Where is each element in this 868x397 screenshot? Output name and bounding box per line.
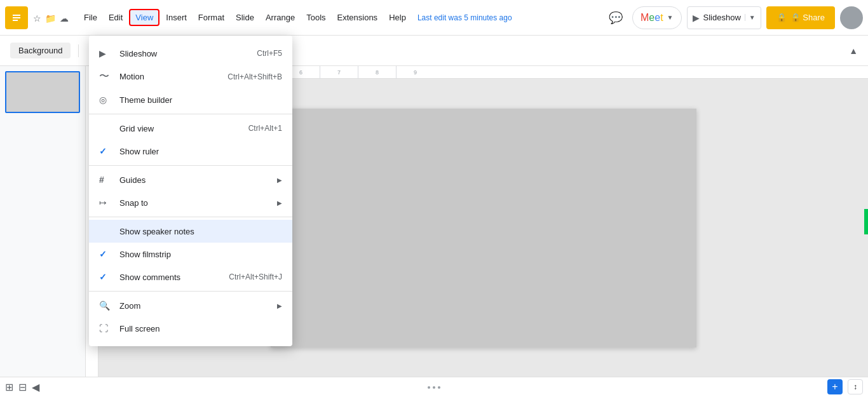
title-area: ☆ 📁 ☁ xyxy=(33,12,69,24)
show-filmstrip-label: Show filmstrip xyxy=(119,250,282,259)
lock-icon: 🔒 xyxy=(776,13,787,22)
cloud-icon[interactable]: ☁ xyxy=(60,13,69,24)
snap-to-label: Snap to xyxy=(119,198,277,208)
meet-icon: Meet xyxy=(641,12,663,24)
view-dropdown-menu: ▶ Slideshow Ctrl+F5 〜 Motion Ctrl+Alt+Sh… xyxy=(89,36,292,346)
menu-extensions[interactable]: Extensions xyxy=(332,10,383,25)
guides-arrow-icon: ▶ xyxy=(277,177,282,184)
show-comments-label: Show comments xyxy=(119,273,219,282)
share-button[interactable]: 🔒 🔒 Share xyxy=(766,6,835,29)
full-screen-icon: ⛶ xyxy=(99,323,112,333)
menu-help[interactable]: Help xyxy=(384,10,411,25)
menu-section-3: # Guides ▶ ↦ Snap to ▶ xyxy=(89,166,292,217)
menu-section-1: ▶ Slideshow Ctrl+F5 〜 Motion Ctrl+Alt+Sh… xyxy=(89,39,292,114)
grid-view-icon[interactable]: ⊟ xyxy=(18,381,27,393)
menu-item-show-comments[interactable]: ✓ Show comments Ctrl+Alt+Shift+J xyxy=(89,266,292,288)
meet-icon-g: e xyxy=(649,12,654,23)
svg-rect-3 xyxy=(13,20,18,21)
theme-builder-icon: ◎ xyxy=(99,95,112,105)
menu-format[interactable]: Format xyxy=(193,10,229,25)
tick-7: 7 xyxy=(320,66,358,79)
zoom-plus-button[interactable]: + xyxy=(827,379,843,394)
menu-slide[interactable]: Slide xyxy=(231,10,259,25)
background-button[interactable]: Background xyxy=(10,43,71,58)
zoom-arrow-icon: ▶ xyxy=(277,302,282,309)
motion-label: Motion xyxy=(119,72,217,81)
slide-view-icon[interactable]: ⊞ xyxy=(5,381,13,393)
menu-item-guides[interactable]: # Guides ▶ xyxy=(89,168,292,191)
menu-section-2: Grid view Ctrl+Alt+1 ✓ Show ruler xyxy=(89,114,292,166)
slideshow-menu-label: Slideshow xyxy=(119,49,247,58)
star-icon[interactable]: ☆ xyxy=(33,13,41,24)
menu-file[interactable]: File xyxy=(79,10,102,25)
menu-item-show-filmstrip[interactable]: ✓ Show filmstrip xyxy=(89,243,292,266)
collapse-panel-icon[interactable]: ◀ xyxy=(32,381,39,393)
meet-chevron-icon: ▼ xyxy=(667,14,674,21)
user-avatar[interactable] xyxy=(840,6,863,29)
menu-tools[interactable]: Tools xyxy=(301,10,330,25)
bottom-dots xyxy=(428,386,440,389)
comments-shortcut: Ctrl+Alt+Shift+J xyxy=(229,273,282,281)
comments-icon-btn[interactable]: 💬 xyxy=(604,6,627,29)
bottom-bar: ⊞ ⊟ ◀ + ↕ xyxy=(0,377,868,397)
menu-arrange[interactable]: Arrange xyxy=(261,10,300,25)
menu-item-show-ruler[interactable]: ✓ Show ruler xyxy=(89,140,292,163)
menu-view[interactable]: View xyxy=(129,9,159,26)
toolbar-right-spacer: ▲ xyxy=(849,46,858,56)
menu-item-theme-builder[interactable]: ◎ Theme builder xyxy=(89,88,292,111)
slide-thumbnail-1[interactable] xyxy=(5,71,80,113)
scroll-button[interactable]: ↕ xyxy=(848,379,863,394)
top-right-controls: 💬 Meet ▼ ▶ Slideshow ▼ 🔒 🔒 Share xyxy=(604,6,863,29)
menu-item-grid-view[interactable]: Grid view Ctrl+Alt+1 xyxy=(89,117,292,140)
chevron-up-icon[interactable]: ▲ xyxy=(849,46,858,56)
slideshow-button[interactable]: ▶ Slideshow ▼ xyxy=(687,6,761,29)
comments-check-icon: ✓ xyxy=(99,272,112,282)
svg-rect-1 xyxy=(13,15,20,16)
tick-8: 8 xyxy=(358,66,396,79)
zoom-icon: 🔍 xyxy=(99,300,112,311)
show-ruler-label: Show ruler xyxy=(119,147,282,156)
share-label: 🔒 Share xyxy=(790,13,825,22)
grid-view-label: Grid view xyxy=(119,124,238,133)
title-icons: ☆ 📁 ☁ xyxy=(33,13,69,24)
guides-icon: # xyxy=(99,175,112,185)
slideshow-play-icon: ▶ xyxy=(693,13,700,23)
slides-panel xyxy=(0,66,86,377)
show-speaker-notes-label: Show speaker notes xyxy=(119,227,282,236)
zoom-label: Zoom xyxy=(119,301,277,311)
toolbar-divider-1 xyxy=(78,44,79,57)
guides-label: Guides xyxy=(119,175,277,185)
meet-icon-b: e xyxy=(654,12,660,23)
top-bar: ☆ 📁 ☁ File Edit View Insert Format Slide… xyxy=(0,0,868,36)
slideshow-chevron-icon: ▼ xyxy=(745,14,756,21)
menu-item-motion[interactable]: 〜 Motion Ctrl+Alt+Shift+B xyxy=(89,65,292,88)
last-edit-label[interactable]: Last edit was 5 minutes ago xyxy=(417,13,512,22)
tick-9: 9 xyxy=(396,66,434,79)
slideshow-shortcut: Ctrl+F5 xyxy=(257,49,282,58)
menu-edit[interactable]: Edit xyxy=(104,10,128,25)
menu-section-5: 🔍 Zoom ▶ ⛶ Full screen xyxy=(89,292,292,342)
grid-view-shortcut: Ctrl+Alt+1 xyxy=(248,124,282,133)
snap-to-arrow-icon: ▶ xyxy=(277,199,282,206)
slide-canvas[interactable] xyxy=(271,109,696,347)
app-logo[interactable] xyxy=(5,6,28,29)
slideshow-label: Slideshow xyxy=(703,13,741,22)
menu-item-slideshow[interactable]: ▶ Slideshow Ctrl+F5 xyxy=(89,42,292,65)
snap-to-icon: ↦ xyxy=(99,198,112,208)
slideshow-menu-icon: ▶ xyxy=(99,48,112,58)
motion-shortcut: Ctrl+Alt+Shift+B xyxy=(227,72,282,81)
menu-bar: File Edit View Insert Format Slide Arran… xyxy=(79,9,512,26)
filmstrip-check-icon: ✓ xyxy=(99,249,112,259)
menu-insert[interactable]: Insert xyxy=(161,10,192,25)
menu-item-full-screen[interactable]: ⛶ Full screen xyxy=(89,317,292,340)
menu-item-zoom[interactable]: 🔍 Zoom ▶ xyxy=(89,294,292,317)
menu-item-show-speaker-notes[interactable]: Show speaker notes xyxy=(89,220,292,243)
green-accent-bar xyxy=(864,209,868,234)
meet-icon-r: M xyxy=(641,12,649,23)
folder-icon[interactable]: 📁 xyxy=(45,13,56,24)
meet-button[interactable]: Meet ▼ xyxy=(632,6,682,29)
menu-item-snap-to[interactable]: ↦ Snap to ▶ xyxy=(89,191,292,214)
dot-1 xyxy=(428,386,430,389)
svg-rect-2 xyxy=(13,17,20,18)
meet-icon-y: t xyxy=(660,12,663,23)
